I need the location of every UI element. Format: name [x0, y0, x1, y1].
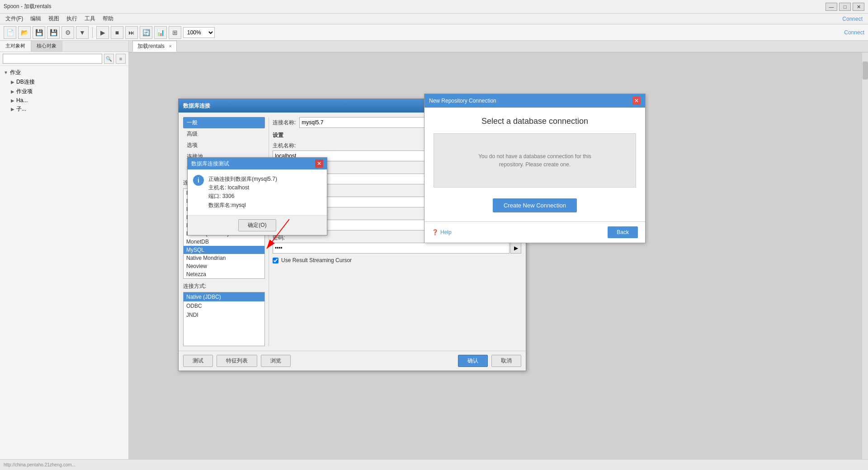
scrollbar-right[interactable]	[862, 52, 868, 470]
db-item-openerp[interactable]: OpenERP Server	[184, 278, 264, 279]
method-jdbc[interactable]: Native (JDBC)	[184, 292, 264, 301]
method-jndi[interactable]: JNDI	[184, 310, 264, 320]
toolbar-right: Connect	[842, 16, 866, 22]
close-button[interactable]: ✕	[853, 3, 864, 11]
test-dialog-body: i 正确连接到数据库(mysql5.7) 主机名: localhost 端口: …	[188, 169, 327, 215]
status-url: http://china.pentaho.21zheng.com...	[4, 462, 75, 467]
feature-list-button[interactable]: 特征列表	[217, 355, 257, 367]
editor-tab-label: 加载rentals	[137, 43, 165, 49]
menu-edit[interactable]: 编辑	[27, 14, 45, 24]
db-item-netezza[interactable]: Netezza	[184, 270, 264, 278]
menu-help[interactable]: 帮助	[99, 14, 117, 24]
tree-item-ha[interactable]: ▶ Ha...	[9, 96, 127, 104]
repo-panel-footer: ❓ Help Back	[425, 221, 645, 243]
maximize-button[interactable]: □	[839, 3, 851, 11]
db-item-monetdb[interactable]: MonetDB	[184, 238, 264, 246]
menu-tools[interactable]: 工具	[81, 14, 99, 24]
method-odbc[interactable]: ODBC	[184, 301, 264, 310]
zoom-select[interactable]: 100% 75% 150%	[183, 27, 215, 38]
scrollbar-thumb	[863, 61, 868, 80]
ok-button[interactable]: 确认	[458, 355, 488, 367]
port-label-detail: 端口	[208, 193, 219, 199]
repo-placeholder-text: You do not have a database connection fo…	[478, 152, 591, 169]
stop-button[interactable]: ■	[111, 26, 123, 39]
help-link[interactable]: ❓ Help	[432, 229, 452, 235]
test-port-detail: 端口: 3306	[208, 192, 277, 201]
test-dialog-close[interactable]: ✕	[315, 160, 323, 168]
repo-panel-close-button[interactable]: ✕	[632, 97, 641, 105]
pass-input[interactable]	[273, 243, 509, 254]
layout-button[interactable]: ≡	[116, 54, 126, 64]
status-bar: http://china.pentaho.21zheng.com...	[0, 459, 868, 470]
conn-name-label: 连接名称:	[273, 119, 296, 127]
search-bar: 🔍 ≡	[0, 52, 128, 66]
test-ok-button[interactable]: 确定(O)	[238, 219, 276, 231]
pass-browse-button[interactable]: ▶	[510, 243, 521, 254]
db-item-neoview[interactable]: Neoview	[184, 262, 264, 270]
menu-bar: 文件(F) 编辑 视图 执行 工具 帮助 Connect	[0, 14, 868, 24]
expand-icon: ▼	[4, 70, 8, 75]
menu-run[interactable]: 执行	[63, 14, 81, 24]
toolbar-btn10[interactable]: 📊	[154, 26, 167, 39]
tree-item-sub[interactable]: ▶ 子...	[9, 104, 127, 114]
cancel-button[interactable]: 取消	[491, 355, 521, 367]
tree-children: ▶ DB连接 ▶ 作业项 ▶ Ha... ▶ 子...	[9, 77, 127, 114]
test-dialog-title: 数据库连接测试 ✕	[188, 158, 327, 169]
repo-panel-body: Select a database connection You do not …	[425, 108, 645, 221]
test-dialog-footer: 确定(O)	[188, 215, 327, 235]
connect-button[interactable]: Connect	[842, 16, 863, 22]
open-button[interactable]: 📂	[18, 26, 31, 39]
test-result-text: 正确连接到数据库(mysql5.7) 主机名: localhost 端口: 33…	[208, 175, 277, 210]
test-message-line1: 正确连接到数据库(mysql5.7)	[208, 175, 277, 183]
tab-main-objects[interactable]: 主对象树	[0, 41, 31, 52]
main-toolbar: 📄 📂 💾 💾 ⚙ ▼ ▶ ■ ⏭ 🔄 📊 ⊞ 100% 75% 150% Co…	[0, 24, 868, 41]
save-button[interactable]: 💾	[33, 26, 45, 39]
sidebar-general[interactable]: 一般	[183, 117, 265, 128]
tree-label-sub: 子...	[16, 105, 26, 113]
create-connection-button[interactable]: Create New Connection	[493, 198, 577, 212]
conn-method-list[interactable]: Native (JDBC) ODBC JNDI	[183, 292, 265, 346]
menu-view[interactable]: 视图	[45, 14, 63, 24]
toolbar-btn9[interactable]: 🔄	[140, 26, 152, 39]
search-input[interactable]	[3, 54, 102, 64]
main-area: 主对象树 核心对象 🔍 ≡ ▼ 作业 ▶ DB连接 ▶ 作业项	[0, 41, 868, 470]
sidebar-advanced[interactable]: 高级	[183, 128, 265, 140]
back-button[interactable]: Back	[608, 226, 638, 238]
db-conn-footer: 测试 特征列表 浏览 确认 取消	[179, 351, 526, 371]
db-item-mysql[interactable]: MySQL	[184, 246, 264, 254]
editor-tab-close[interactable]: ×	[169, 43, 171, 49]
streaming-cursor-checkbox[interactable]	[273, 258, 278, 263]
tree-item-db[interactable]: ▶ DB连接	[9, 77, 127, 87]
toolbar-btn11[interactable]: ⊞	[169, 26, 181, 39]
sidebar-options[interactable]: 选项	[183, 140, 265, 151]
explore-button[interactable]: 浏览	[261, 355, 291, 367]
title-bar-controls: — □ ✕	[826, 0, 864, 14]
port-value-detail: : 3306	[219, 193, 234, 199]
repo-panel-title-text: New Repository Connection	[429, 98, 496, 104]
footer-spacer	[294, 355, 454, 367]
tree-root-job[interactable]: ▼ 作业	[2, 68, 127, 77]
minimize-button[interactable]: —	[826, 3, 837, 11]
db-test-dialog: 数据库连接测试 ✕ i 正确连接到数据库(mysql5.7) 主机名: loca…	[187, 157, 327, 235]
tab-core-objects[interactable]: 核心对象	[31, 41, 62, 52]
search-button[interactable]: 🔍	[104, 54, 114, 64]
help-icon: ❓	[432, 229, 439, 235]
repo-panel-title-bar: New Repository Connection ✕	[425, 94, 645, 108]
separator1	[92, 27, 93, 38]
new-button[interactable]: 📄	[4, 26, 16, 39]
tree-item-job[interactable]: ▶ 作业项	[9, 87, 127, 96]
connect-text[interactable]: Connect	[844, 29, 864, 36]
tree-label-db: DB连接	[16, 78, 35, 86]
conn-method-section: 连接方式: Native (JDBC) ODBC JNDI	[183, 282, 265, 346]
info-icon: i	[193, 175, 204, 186]
run-button[interactable]: ▶	[96, 26, 109, 39]
editor-tab-rentals[interactable]: 加载rentals ×	[132, 41, 177, 52]
menu-file[interactable]: 文件(F)	[2, 14, 27, 24]
toolbar-dropdown[interactable]: ▼	[76, 26, 89, 39]
toolbar-btn5[interactable]: ⚙	[61, 26, 74, 39]
connect-area: Connect	[844, 29, 864, 36]
step-button[interactable]: ⏭	[125, 26, 138, 39]
test-button[interactable]: 测试	[183, 355, 213, 367]
db-item-native[interactable]: Native Mondrian	[184, 254, 264, 262]
save-all-button[interactable]: 💾	[47, 26, 60, 39]
